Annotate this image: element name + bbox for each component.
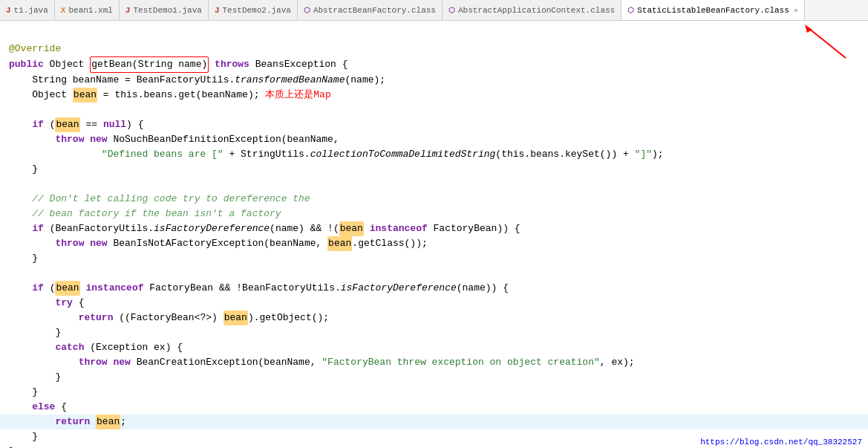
tab-staticlistable[interactable]: ⬡ StaticListableBeanFactory.class ✕	[621, 0, 805, 21]
keyword: throws	[215, 57, 249, 72]
tab-bean1xml[interactable]: X bean1.xml	[55, 0, 120, 21]
code-line: }	[0, 251, 868, 266]
class-icon: ⬡	[304, 6, 310, 15]
tab-label: t1.java	[14, 6, 48, 15]
code-line	[0, 103, 868, 117]
code-text	[9, 281, 32, 296]
annotation: @Override	[9, 42, 61, 56]
code-text: (Exception ex) {	[84, 340, 183, 355]
string-literal: "]"	[635, 147, 652, 162]
keyword: throw	[55, 236, 84, 251]
code-text: );	[652, 147, 664, 162]
code-line	[0, 177, 868, 192]
code-text	[9, 415, 55, 429]
code-text: }	[9, 370, 61, 385]
tab-label: TestDemo1.java	[133, 6, 201, 15]
code-line: "Defined beans are [" + StringUtils.coll…	[0, 147, 868, 162]
code-text	[9, 340, 55, 355]
code-text: {	[55, 400, 67, 415]
status-bar: https://blog.csdn.net/qq_38322527	[694, 436, 868, 448]
keyword: throw	[55, 132, 84, 147]
code-text: Object	[9, 88, 73, 103]
code-text: FactoryBean)) {	[428, 221, 521, 236]
code-text: , ex);	[600, 355, 635, 370]
code-text	[9, 132, 55, 147]
code-text: = this.beans.get(beanName);	[97, 88, 265, 103]
keyword: new	[90, 132, 107, 147]
method-highlight-box: getBean(String name)	[90, 56, 209, 73]
code-text	[9, 355, 79, 370]
code-text: + StringUtils.collectionToCommaDelimited…	[223, 147, 501, 162]
code-text	[90, 415, 96, 429]
keyword: instanceof	[370, 221, 428, 236]
bean-highlight: bean	[223, 311, 248, 325]
tab-testdemo1[interactable]: J TestDemo1.java	[120, 0, 209, 21]
code-line: if (BeanFactoryUtils.isFactoryDereferenc…	[0, 221, 868, 236]
keyword: instanceof	[85, 281, 143, 296]
class-icon: ⬡	[627, 6, 634, 15]
code-line: }	[0, 370, 868, 385]
code-line: catch (Exception ex) {	[0, 340, 868, 355]
tab-abstractappctx[interactable]: ⬡ AbstractApplicationContext.class	[443, 0, 621, 21]
code-text: (BeanFactoryUtils.isFactoryDereference(n…	[44, 221, 339, 236]
code-text: (	[44, 117, 56, 132]
tab-label: StaticListableBeanFactory.class	[637, 6, 789, 15]
tab-label: TestDemo2.java	[223, 6, 291, 15]
code-editor: @Override public Object getBean(String n…	[0, 21, 868, 448]
java-icon: J	[6, 6, 11, 15]
comment: // Don't let calling code try to derefer…	[9, 192, 310, 207]
code-text: }	[9, 385, 38, 400]
tab-abstractbeanfactory[interactable]: ⬡ AbstractBeanFactory.class	[298, 0, 443, 21]
code-line: return bean;	[0, 415, 868, 429]
keyword: if	[32, 117, 44, 132]
keyword: else	[32, 400, 55, 415]
string-literal: "FactoryBean threw exception on object c…	[322, 355, 599, 370]
bean-highlight: bean	[327, 236, 352, 251]
code-line: if (bean == null) {	[0, 117, 868, 132]
bean-highlight: bean	[339, 221, 364, 236]
keyword: catch	[55, 340, 84, 355]
code-text: ) {	[126, 117, 143, 132]
code-text: .beans.keySet()) +	[524, 147, 634, 162]
close-tab-button[interactable]: ✕	[794, 6, 798, 15]
code-line: String beanName = BeanFactoryUtils.trans…	[0, 73, 868, 88]
status-url: https://blog.csdn.net/qq_38322527	[700, 438, 862, 447]
code-line: Object bean = this.beans.get(beanName); …	[0, 88, 868, 103]
code-text: }	[9, 251, 38, 266]
java-icon: J	[215, 6, 220, 15]
code-line	[0, 27, 868, 42]
code-text: BeanCreationException(beanName,	[131, 355, 322, 370]
code-text: (	[44, 281, 56, 296]
code-text	[364, 221, 370, 236]
code-text: BeanIsNotAFactoryException(beanName,	[108, 236, 327, 251]
code-text	[9, 221, 32, 236]
code-text	[9, 117, 32, 132]
tab-t1java[interactable]: J t1.java	[0, 0, 55, 21]
tab-bar: J t1.java X bean1.xml J TestDemo1.java J…	[0, 0, 868, 21]
code-text	[9, 296, 55, 311]
code-line: throw new BeanCreationException(beanName…	[0, 355, 868, 370]
code-line: }	[0, 162, 868, 177]
code-text: }	[9, 162, 38, 177]
tab-label: AbstractBeanFactory.class	[313, 6, 436, 15]
chinese-comment: 本质上还是Map	[265, 88, 330, 103]
code-line: // bean factory if the bean isn't a fact…	[0, 207, 868, 221]
code-line: else {	[0, 400, 868, 415]
code-line: try {	[0, 296, 868, 311]
code-text: ;	[120, 415, 126, 429]
code-line: if (bean instanceof FactoryBean && !Bean…	[0, 281, 868, 296]
bean-highlight: bean	[73, 88, 97, 103]
code-line: throw new NoSuchBeanDefinitionException(…	[0, 132, 868, 147]
code-text: ((FactoryBean<?>)	[113, 311, 223, 325]
code-text	[80, 281, 86, 296]
code-text: Object	[44, 57, 90, 72]
code-line: public Object getBean(String name) throw…	[0, 56, 868, 73]
code-text: }	[9, 325, 61, 340]
code-line: // Don't let calling code try to derefer…	[0, 192, 868, 207]
keyword: new	[113, 355, 130, 370]
keyword: null	[103, 117, 126, 132]
code-text	[9, 311, 79, 325]
keyword: throw	[79, 355, 108, 370]
tab-testdemo2[interactable]: J TestDemo2.java	[209, 0, 298, 21]
class-icon: ⬡	[448, 6, 455, 15]
